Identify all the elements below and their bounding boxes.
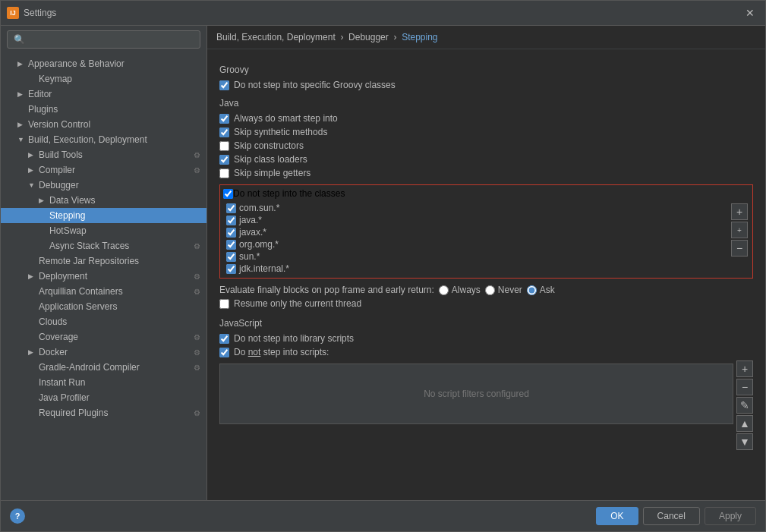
script-edit-button[interactable]: ✎ bbox=[736, 397, 753, 414]
expand-icon: ▶ bbox=[28, 151, 39, 159]
class-list: com.sun.* java.* javax.* bbox=[223, 202, 730, 275]
class-list-buttons: + + − bbox=[730, 202, 749, 275]
sidebar-item-plugins[interactable]: Plugins bbox=[1, 102, 206, 117]
skip-synthetic-label: Skip synthetic methods bbox=[234, 127, 327, 137]
help-button[interactable]: ? bbox=[10, 508, 25, 524]
sidebar-item-clouds[interactable]: Clouds bbox=[1, 314, 206, 329]
settings-window: IJ Settings ✕ ▶ Appearance & Behavior Ke… bbox=[0, 0, 766, 532]
always-smart-row: Always do smart step into bbox=[219, 113, 753, 124]
do-not-step-checkbox[interactable] bbox=[223, 189, 233, 199]
class-checkbox[interactable] bbox=[226, 216, 236, 225]
skip-simple-getters-checkbox[interactable] bbox=[219, 168, 229, 178]
class-checkbox[interactable] bbox=[226, 228, 236, 238]
skip-class-loaders-row: Skip class loaders bbox=[219, 154, 753, 165]
class-item: jdk.internal.* bbox=[223, 263, 730, 275]
evaluate-ask-radio[interactable] bbox=[527, 285, 537, 295]
sidebar-item-stepping[interactable]: Stepping bbox=[1, 208, 206, 223]
class-label: jdk.internal.* bbox=[239, 263, 289, 274]
java-section-label: Java bbox=[219, 98, 753, 109]
resume-checkbox[interactable] bbox=[219, 299, 229, 309]
sidebar-item-compiler[interactable]: ▶ Compiler ⚙ bbox=[1, 162, 206, 178]
expand-icon: ▶ bbox=[17, 60, 28, 68]
ok-button[interactable]: OK bbox=[596, 507, 638, 525]
expand-icon: ▼ bbox=[28, 181, 39, 189]
script-filter-area: No script filters configured + − ✎ ▲ ▼ bbox=[219, 360, 753, 450]
no-step-library-label: Do not step into library scripts bbox=[234, 333, 354, 344]
sidebar-item-build-exec[interactable]: ▼ Build, Execution, Deployment bbox=[1, 132, 206, 147]
script-add-button[interactable]: + bbox=[736, 360, 753, 377]
sidebar-item-remote-jar[interactable]: Remote Jar Repositories bbox=[1, 253, 206, 269]
class-checkbox[interactable] bbox=[226, 240, 236, 250]
bottom-bar: ? OK Cancel Apply bbox=[1, 500, 765, 531]
sidebar-item-label: Editor bbox=[28, 89, 200, 99]
sidebar-item-instant-run[interactable]: Instant Run bbox=[1, 375, 206, 390]
settings-icon: ⚙ bbox=[194, 272, 200, 281]
sidebar-item-arquillian[interactable]: Arquillian Containers ⚙ bbox=[1, 284, 206, 299]
settings-icon: ⚙ bbox=[194, 166, 200, 175]
sidebar-item-docker[interactable]: ▶ Docker ⚙ bbox=[1, 345, 206, 360]
sidebar-item-label: Version Control bbox=[28, 119, 200, 130]
script-filter-buttons: + − ✎ ▲ ▼ bbox=[736, 360, 753, 450]
skip-class-loaders-checkbox[interactable] bbox=[219, 155, 229, 165]
sidebar-item-keymap[interactable]: Keymap bbox=[1, 71, 206, 87]
sidebar-item-debugger[interactable]: ▼ Debugger bbox=[1, 178, 206, 193]
sidebar-item-label: Compiler bbox=[39, 165, 191, 175]
sidebar-item-label: Build, Execution, Deployment bbox=[28, 134, 200, 145]
close-button[interactable]: ✕ bbox=[741, 5, 759, 20]
class-item: org.omg.* bbox=[223, 238, 730, 250]
always-smart-checkbox[interactable] bbox=[219, 114, 229, 124]
apply-button[interactable]: Apply bbox=[705, 507, 756, 525]
class-checkbox[interactable] bbox=[226, 264, 236, 274]
skip-constructors-checkbox[interactable] bbox=[219, 141, 229, 151]
sidebar-item-appearance[interactable]: ▶ Appearance & Behavior bbox=[1, 56, 206, 71]
sidebar-item-label: Docker bbox=[39, 347, 191, 357]
sidebar-item-required-plugins[interactable]: Required Plugins ⚙ bbox=[1, 405, 206, 420]
sidebar-item-editor[interactable]: ▶ Editor bbox=[1, 87, 206, 102]
content-area: Build, Execution, Deployment › Debugger … bbox=[207, 26, 765, 500]
sidebar-item-build-tools[interactable]: ▶ Build Tools ⚙ bbox=[1, 147, 206, 162]
script-down-button[interactable]: ▼ bbox=[736, 433, 753, 450]
always-smart-label: Always do smart step into bbox=[234, 113, 338, 124]
evaluate-always-radio[interactable] bbox=[439, 285, 449, 295]
evaluate-label: Evaluate finally blocks on pop frame and… bbox=[219, 285, 434, 295]
cancel-button[interactable]: Cancel bbox=[643, 507, 700, 525]
sidebar-item-hotswap[interactable]: HotSwap bbox=[1, 223, 206, 238]
script-remove-button[interactable]: − bbox=[736, 379, 753, 395]
sidebar-item-gradle-android[interactable]: Gradle-Android Compiler ⚙ bbox=[1, 360, 206, 375]
sidebar-item-data-views[interactable]: ▶ Data Views bbox=[1, 193, 206, 208]
skip-synthetic-checkbox[interactable] bbox=[219, 127, 229, 137]
add-class-button[interactable]: + bbox=[731, 203, 748, 220]
sidebar-item-java-profiler[interactable]: Java Profiler bbox=[1, 390, 206, 405]
expand-icon: ▶ bbox=[28, 272, 39, 280]
no-step-scripts-label: Do not step into scripts: bbox=[234, 347, 329, 357]
sidebar-item-label: HotSwap bbox=[49, 225, 200, 236]
js-section-label: JavaScript bbox=[219, 318, 753, 329]
sidebar-item-label: Plugins bbox=[28, 104, 200, 115]
remove-class-button[interactable]: − bbox=[731, 240, 748, 257]
class-checkbox[interactable] bbox=[226, 203, 236, 213]
no-step-scripts-checkbox[interactable] bbox=[219, 348, 229, 357]
class-label: javax.* bbox=[239, 227, 266, 238]
sidebar-item-app-servers[interactable]: Application Servers bbox=[1, 299, 206, 314]
add-package-button[interactable]: + bbox=[731, 222, 748, 238]
sidebar-item-label: Arquillian Containers bbox=[39, 286, 191, 297]
script-up-button[interactable]: ▲ bbox=[736, 415, 753, 432]
no-step-library-checkbox[interactable] bbox=[219, 334, 229, 344]
class-checkbox[interactable] bbox=[226, 252, 236, 262]
groovy-no-step-checkbox[interactable] bbox=[219, 80, 229, 90]
sidebar-item-deployment[interactable]: ▶ Deployment ⚙ bbox=[1, 269, 206, 284]
sidebar-item-label: Stepping bbox=[49, 210, 200, 221]
sidebar-item-coverage[interactable]: Coverage ⚙ bbox=[1, 329, 206, 345]
class-list-container: com.sun.* java.* javax.* bbox=[223, 202, 749, 275]
groovy-no-step-row: Do not step into specific Groovy classes bbox=[219, 80, 753, 90]
sidebar-item-async-stack-traces[interactable]: Async Stack Traces ⚙ bbox=[1, 238, 206, 253]
evaluate-never-radio[interactable] bbox=[485, 285, 495, 295]
do-not-step-section: Do not step into the classes com.sun.* j… bbox=[219, 184, 753, 279]
sidebar-item-version-control[interactable]: ▶ Version Control bbox=[1, 117, 206, 132]
app-icon: IJ bbox=[7, 7, 19, 19]
settings-icon: ⚙ bbox=[194, 364, 200, 372]
skip-class-loaders-label: Skip class loaders bbox=[234, 154, 307, 165]
no-step-library-row: Do not step into library scripts bbox=[219, 333, 753, 344]
do-not-step-label: Do not step into the classes bbox=[233, 188, 345, 199]
search-input[interactable] bbox=[7, 30, 200, 49]
